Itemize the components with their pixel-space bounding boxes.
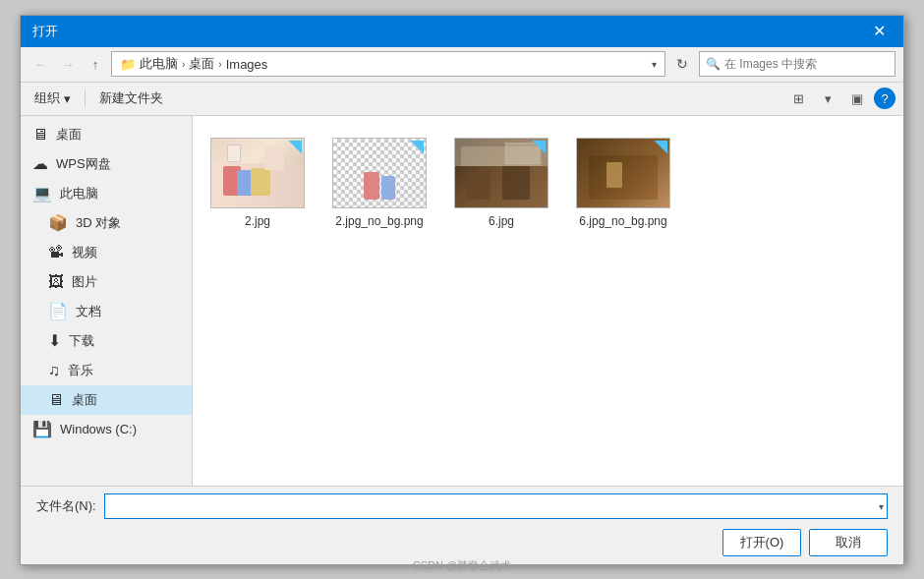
search-icon: 🔍 [706,57,721,71]
wps-icon: ☁ [32,154,48,173]
thumb-corner-4 [654,141,667,154]
sidebar-item-label-thispc: 此电脑 [60,185,98,203]
buttons-row: 打开(O) 取消 [36,529,888,556]
title-bar: 打开 ✕ [21,16,903,47]
sidebar-item-label-music: 音乐 [68,362,93,379]
close-button[interactable]: ✕ [867,22,892,41]
pictures-icon: 🖼 [48,273,64,291]
path-segment-desktop: 桌面 [189,55,214,73]
sidebar-item-wps[interactable]: ☁ WPS网盘 [21,149,192,179]
sidebar-item-label-downloads: 下载 [69,332,94,350]
toolbar: 组织 ▾ 新建文件夹 ⊞ ▾ ▣ ? [21,83,903,116]
sidebar-item-label-pictures: 图片 [72,273,97,291]
file-thumb-2jpg-nobg [332,138,427,208]
refresh-button[interactable]: ↻ [669,51,695,77]
music-icon: ♫ [48,362,60,379]
back-button[interactable]: ← [29,52,52,76]
organize-label: 组织 [34,89,60,107]
sidebar-item-video[interactable]: 📽 视频 [21,238,192,267]
view-icon: ⊞ [793,91,804,106]
sidebar-item-desktop1[interactable]: 🖥 桌面 [21,120,192,149]
view-icon-button[interactable]: ⊞ [785,86,811,111]
file-item-2jpg[interactable]: 2.jpg [208,132,307,236]
video-icon: 📽 [48,244,64,261]
desktop2-icon: 🖥 [48,391,64,409]
sidebar-item-3d[interactable]: 📦 3D 对象 [21,208,192,238]
sidebar-item-label-video: 视频 [72,244,97,261]
new-folder-label: 新建文件夹 [99,89,163,107]
sidebar-item-label-windows: Windows (C:) [60,422,137,436]
thispc-icon: 💻 [32,184,52,203]
windows-icon: 💾 [32,420,52,438]
toolbar-separator [85,89,86,107]
sidebar-item-downloads[interactable]: ⬇ 下载 [21,326,192,356]
sidebar-item-pictures[interactable]: 🖼 图片 [21,267,192,297]
sidebar-item-label-desktop1: 桌面 [56,126,82,144]
path-dropdown-arrow[interactable]: ▾ [652,59,657,70]
sidebar-item-music[interactable]: ♫ 音乐 [21,356,192,385]
path-segment-images: Images [226,57,268,72]
file-item-2jpg-nobg[interactable]: 2.jpg_no_bg.png [330,132,429,236]
filename-row: 文件名(N): ▾ [36,493,888,519]
forward-button[interactable]: → [56,52,80,76]
file-item-6jpg-nobg[interactable]: 6.jpg_no_bg.png [574,132,672,236]
sidebar-item-label-desktop2: 桌面 [72,391,97,409]
docs-icon: 📄 [48,302,68,320]
file-thumb-2jpg [210,138,305,208]
sidebar-item-windows[interactable]: 💾 Windows (C:) [21,415,192,444]
help-icon: ? [881,91,888,106]
file-item-6jpg[interactable]: 6.jpg [452,132,550,236]
view-dropdown-arrow: ▾ [825,91,832,106]
search-box[interactable]: 🔍 [699,51,895,77]
view-dropdown-button[interactable]: ▾ [815,86,840,111]
sidebar-item-docs[interactable]: 📄 文档 [21,297,192,326]
sidebar: 🖥 桌面 ☁ WPS网盘 💻 此电脑 📦 3D 对象 📽 视频 🖼 图片 [21,116,193,486]
pane-icon: ▣ [851,91,863,106]
filename-label: 文件名(N): [36,497,96,515]
bottom-bar: 文件名(N): ▾ 打开(O) 取消 [21,486,903,564]
search-input[interactable] [724,57,889,71]
file-name-2jpg-nobg: 2.jpg_no_bg.png [335,214,423,230]
file-name-2jpg: 2.jpg [245,214,270,230]
folder-icon: 📁 [120,57,136,72]
path-segment-thispc: 此电脑 [140,55,178,73]
organize-button[interactable]: 组织 ▾ [29,87,77,110]
sidebar-item-label-docs: 文档 [76,303,101,320]
sidebar-item-label-3d: 3D 对象 [76,214,121,232]
sidebar-item-label-wps: WPS网盘 [56,155,111,173]
sidebar-item-thispc[interactable]: 💻 此电脑 [21,179,192,208]
file-thumb-6jpg-nobg [576,138,670,208]
new-folder-button[interactable]: 新建文件夹 [93,87,169,110]
open-button[interactable]: 打开(O) [722,529,801,556]
thumb-corner-1 [288,141,302,154]
toolbar-right: ⊞ ▾ ▣ ? [785,86,895,111]
filename-input[interactable] [104,493,888,519]
main-area: 🖥 桌面 ☁ WPS网盘 💻 此电脑 📦 3D 对象 📽 视频 🖼 图片 [21,116,903,486]
file-open-dialog: 打开 ✕ ← → ↑ 📁 此电脑 › 桌面 › Images ▾ ↻ 🔍 组织 … [20,15,904,565]
downloads-icon: ⬇ [48,331,61,350]
file-name-6jpg-nobg: 6.jpg_no_bg.png [579,214,666,230]
path-box[interactable]: 📁 此电脑 › 桌面 › Images ▾ [111,51,665,77]
watermark: CSDN @胖墩会武术 [413,556,511,575]
cancel-button[interactable]: 取消 [809,529,888,556]
help-button[interactable]: ? [874,87,895,109]
dialog-title: 打开 [32,23,58,40]
filename-input-wrap: ▾ [104,493,888,519]
sidebar-item-desktop2[interactable]: 🖥 桌面 [21,385,192,415]
file-thumb-6jpg [454,138,549,208]
desktop1-icon: 🖥 [32,126,48,144]
file-name-6jpg: 6.jpg [489,214,514,230]
pane-button[interactable]: ▣ [844,86,870,111]
3d-icon: 📦 [48,213,68,232]
up-button[interactable]: ↑ [84,52,107,76]
organize-arrow: ▾ [64,91,71,106]
content-area: 2.jpg 2.jpg_no_bg.png [193,116,903,486]
address-bar: ← → ↑ 📁 此电脑 › 桌面 › Images ▾ ↻ 🔍 [21,47,903,83]
